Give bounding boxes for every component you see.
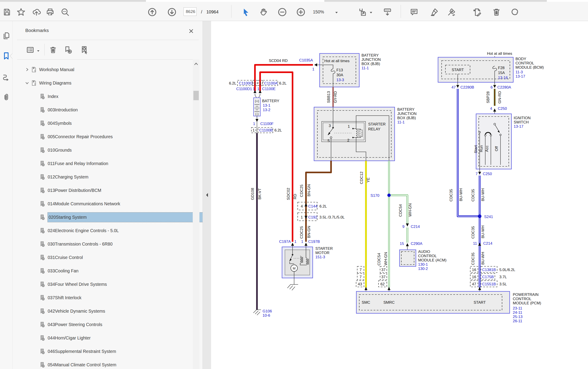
bookmark-item[interactable]: 034Four Wheel Drive Systems [12,278,219,290]
d-pin: 11 [473,241,477,246]
bookmark-item[interactable]: 005Connector Repair Procedures [12,131,219,143]
panel-scrollbar[interactable] [193,60,200,369]
bookmark-item[interactable]: 037Shift Interlock [12,292,219,304]
close-panel-button[interactable] [188,28,195,34]
bookmark-options-dropdown[interactable] [37,49,40,53]
d-pin: 1 [348,124,350,129]
highlight-button[interactable] [429,7,439,17]
add-bookmark-button[interactable] [63,45,73,55]
d-sbp28: SBP28 [486,92,490,103]
advanced-search-button[interactable] [60,7,70,17]
d-pcm-ref: 26-11 [513,319,522,323]
d-pin: 62 [380,282,385,286]
curved-arrow-icon [2,73,10,82]
bookmark-item[interactable]: 010Grounds [12,144,219,156]
d-c1035a: C1035A [299,58,313,62]
d-cdc54: CDC54 [377,253,381,266]
bookmark-item-selected[interactable]: 020Starting System [12,211,219,223]
scrollbar-thumb[interactable] [193,91,199,100]
delete-pages-button[interactable] [491,7,502,17]
comment-button[interactable] [409,7,419,17]
d-cdc12: CDC12 [359,172,364,184]
bookmark-item[interactable]: 003Introduction [12,104,219,116]
chevron-right-icon[interactable] [24,68,30,72]
bookmark-item[interactable]: 046Supplemental Restraint System [12,345,219,357]
body-control-module: Hot at all times START F28 15A 13-16 BOD… [438,51,544,90]
page-display-button[interactable] [358,7,368,17]
select-tool-button[interactable] [241,7,251,17]
d-gyrd: GY-RD [333,91,337,103]
close-icon [189,28,194,34]
d-acm-ref: 130-1 [418,262,428,266]
fountain-pen-icon [447,8,456,17]
page-thumbnails-button[interactable] [1,31,11,41]
zoom-dropdown-button[interactable] [335,11,338,15]
rotate-page-button[interactable] [510,7,520,17]
attachments-button[interactable] [1,92,11,102]
bookmark-options-button[interactable] [25,45,35,55]
panel-title: Bookmarks [25,28,49,33]
share-upload-button[interactable] [31,7,42,17]
edit-document-button[interactable] [472,7,482,17]
next-page-button[interactable] [167,7,177,17]
paperclip-icon [2,93,10,102]
bookmark-item-workshop-manual[interactable]: Workshop Manual [12,63,203,76]
bookmark-item[interactable]: 031Cruise Control [12,251,219,263]
d-bjb1-ref: 11-1 [361,66,369,70]
window-tab-segment [547,0,588,2]
bookmark-item[interactable]: 013Power Distribution/BCM [12,184,219,196]
bookmark-item[interactable]: Index [12,90,219,102]
sign-button[interactable] [446,7,457,17]
bookmark-link-icon [40,268,45,274]
document-page[interactable]: Hot at all times F13 30A 13-3 BATTERY JU… [211,21,588,369]
wire-sdc02-rd: SDC02 RD [260,72,297,242]
bookmark-item[interactable]: 004Symbols [12,117,219,129]
print-button[interactable] [45,7,55,17]
bookmark-item-wiring-diagrams[interactable]: Wiring Diagrams [12,77,203,89]
caret-down-icon [37,50,40,52]
zoom-in-button[interactable] [296,7,306,17]
bookmark-item[interactable]: 044Horn/Cigar Lighter [12,332,219,344]
d-f13r: 13-3 [336,78,344,82]
d-bjb1-label: BATTERY [361,53,379,58]
bookmark-item[interactable]: 030Transmission Controls - 6R80 [12,238,219,250]
zoom-out-button[interactable] [277,7,287,17]
zoom-level-value[interactable]: 150% [313,9,324,15]
audio-control-module: AUDIO CONTROL MODULE (ACM) 130-1 130-2 [399,250,447,271]
page-number-input[interactable] [184,7,197,16]
panel-divider[interactable] [203,21,211,369]
bookmark-item[interactable]: 043Power Steering Controls [12,318,219,330]
bookmark-item[interactable]: 024Electronic Engine Controls - 5.0L [12,225,219,237]
d-g106: G106 [262,309,272,313]
hand-tool-button[interactable] [259,7,269,17]
toolbar-separator [231,5,231,18]
chevron-down-icon[interactable] [24,81,30,85]
edit-page-icon [473,8,482,17]
d-l62: 6.2L [279,81,286,85]
bookmark-item[interactable]: 014Module Communications Network [12,198,219,210]
favorite-button[interactable] [16,7,26,17]
panel-toolbar-separator [44,44,44,55]
bookmark-item[interactable]: 012Charging System [12,171,219,183]
page-display-dropdown[interactable] [369,11,373,15]
bookmark-item[interactable]: 054Manual Climate Control System [12,359,219,369]
bookmark-link-icon [40,308,45,314]
save-icon [3,8,11,16]
d-c197b: C197B [308,239,320,244]
d-b131: 13-1 [263,103,270,108]
printer-icon [46,8,55,17]
d-c1100b: C1100B [259,128,273,132]
bookmark-item[interactable]: 033Cooling Fan [12,265,219,277]
collapse-panel-icon[interactable] [205,192,209,198]
previous-page-button[interactable] [147,7,157,17]
save-button[interactable] [2,7,12,17]
scroll-mode-button[interactable] [382,7,393,17]
bookmark-item[interactable]: 042Vehicle Dynamic Systems [12,305,219,317]
toolbar-separator [401,5,401,18]
d-pin: 16 [472,268,476,272]
scroll-up-icon[interactable] [193,61,200,67]
delete-bookmark-button[interactable] [48,45,58,55]
destinations-button[interactable] [1,72,11,82]
bookmark-item[interactable]: 011Fuse and Relay Information [12,157,219,170]
locate-bookmark-button[interactable] [79,45,90,55]
